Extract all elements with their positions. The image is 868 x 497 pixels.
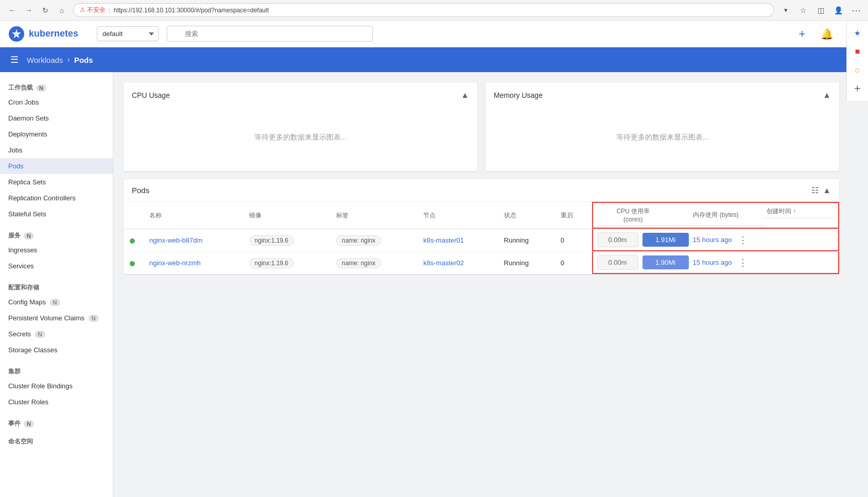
status-indicator-2 [130,261,135,266]
k8s-logo-svg [8,26,25,42]
extensions-button[interactable]: ▾ [778,3,793,18]
sidebar-item-services[interactable]: Services [0,258,113,274]
logo-text: kubernetes [29,28,78,39]
sidebar-item-pvc[interactable]: Persistent Volume Claims N [0,310,113,326]
add-ext-icon[interactable]: + [849,80,866,97]
td-node-1: k8s-master01 [417,229,497,252]
office-ext-icon[interactable]: ■ [849,43,866,60]
restarts-1: 0 [561,236,564,244]
metrics-row-2-border: 0.00m 1.90Mi 15 hours ago ⋮ [592,252,839,274]
sidebar-item-cron-jobs[interactable]: Cron Jobs [0,94,113,110]
pod-link-2[interactable]: nginx-web-nrzmh [149,259,201,267]
metrics-row-1-border: 0.00m 1.91Mi 15 hours ago ⋮ [592,229,839,251]
pods-header-actions: ☷ ▲ [811,185,831,195]
pods-collapse-button[interactable]: ▲ [823,186,831,195]
add-resource-button[interactable]: + [794,26,810,42]
metrics-header-table: CPU 使用率 (cores) 内存使用 (bytes) 创建时间 ↑ [597,205,834,226]
td-name-2: nginx-web-nrzmh [143,252,243,275]
separator: | [109,6,110,14]
cpu-chart-title: CPU Usage [132,91,170,99]
cpu-chart-collapse-button[interactable]: ▲ [461,91,469,100]
breadcrumb: Workloads › Pods [27,55,93,64]
sidebar-item-secrets[interactable]: Secrets N [0,326,113,342]
td-status-dot-2 [124,252,143,275]
browser-nav-buttons: ← → ↻ ⌂ [5,3,69,18]
profile-button[interactable]: 👤 [831,3,845,18]
forward-button[interactable]: → [22,3,36,18]
page-header-bar: ☰ Workloads › Pods [0,47,868,72]
sidebar-section-service: 服务 N [0,226,113,242]
pods-table: 名称 镜像 标签 节点 状态 重启 CPU 使用率 (cores) [124,202,839,274]
sidebar-item-replica-sets[interactable]: Replica Sets [0,174,113,190]
breadcrumb-workloads[interactable]: Workloads [27,56,63,64]
restarts-2: 0 [561,259,564,267]
row-more-button-2[interactable]: ⋮ [736,257,750,268]
pods-table-header-row: 名称 镜像 标签 节点 状态 重启 CPU 使用率 (cores) [124,202,839,229]
sidebar-item-stateful-sets[interactable]: Stateful Sets [0,206,113,222]
cpu-chart-header: CPU Usage ▲ [132,91,469,100]
node-link-1[interactable]: k8s-master01 [423,236,464,244]
more-options-button[interactable]: ⋯ [848,3,863,18]
row-more-button-1[interactable]: ⋮ [736,234,750,246]
th-image: 镜像 [243,202,330,229]
sidebar-item-jobs[interactable]: Jobs [0,142,113,158]
charts-row: CPU Usage ▲ 等待更多的数据来显示图表... Memory Usage… [124,82,839,171]
td-restarts-1: 0 [554,229,592,252]
search-input[interactable] [167,26,373,42]
favorites-button[interactable]: ☆ [796,3,810,18]
image-tag-1: nginx:1.19.6 [249,235,294,246]
time-link-2[interactable]: 15 hours ago [693,259,732,266]
breadcrumb-current: Pods [74,56,93,64]
node-link-2[interactable]: k8s-master02 [423,259,464,267]
filter-button[interactable]: ☷ [811,185,819,195]
th-restarts: 重启 [554,202,592,229]
td-metrics-1: 0.00m 1.91Mi 15 hours ago ⋮ [592,229,839,252]
search-wrapper: 🔍 [167,26,383,42]
th-node: 节点 [417,202,497,229]
sidebar-item-cluster-role-bindings[interactable]: Cluster Role Bindings [0,378,113,394]
refresh-button[interactable]: ↻ [38,3,53,18]
th-status: 状态 [498,202,554,229]
security-warning: ⚠ 不安全 [80,6,106,14]
browser-action-buttons: ▾ ☆ ◫ 👤 ⋯ [778,3,863,18]
sidebar-item-cluster-roles[interactable]: Cluster Roles [0,394,113,410]
label-tag-1: name: nginx [336,235,381,246]
sidebar-item-daemon-sets[interactable]: Daemon Sets [0,110,113,126]
address-bar[interactable]: ⚠ 不安全 | https://192.168.10.101:30000/#/p… [73,3,774,17]
main-layout: 工作负载 N Cron Jobs Daemon Sets Deployments… [0,72,868,497]
sidebar-item-ingresses[interactable]: Ingresses [0,242,113,258]
pod-link-1[interactable]: nginx-web-b87dm [149,236,202,244]
sidebar-item-pods[interactable]: Pods [0,158,113,174]
sidebar-item-deployments[interactable]: Deployments [0,126,113,142]
sidebar-item-config-maps[interactable]: Config Maps N [0,294,113,310]
cpu-chart-empty: 等待更多的数据来显示图表... [132,112,469,163]
memory-chart-collapse-button[interactable]: ▲ [823,91,831,100]
td-restarts-2: 0 [554,252,592,275]
sidebar-section-config: 配置和存储 [0,278,113,294]
notifications-button[interactable]: 🔔 [819,26,835,42]
memory-chart-card: Memory Usage ▲ 等待更多的数据来显示图表... [485,82,839,171]
sidebar-section-events: 事件 N [0,414,113,430]
td-image-1: nginx:1.19.6 [243,229,330,252]
metrics-row-2: 0.00m 1.90Mi 15 hours ago ⋮ [597,255,834,270]
th-metrics-container: CPU 使用率 (cores) 内存使用 (bytes) 创建时间 ↑ [592,202,839,229]
time-link-1[interactable]: 15 hours ago [693,236,732,244]
collections-button[interactable]: ◫ [813,3,828,18]
sidebar-item-storage-classes[interactable]: Storage Classes [0,342,113,358]
td-image-2: nginx:1.19.6 [243,252,330,275]
kubernetes-logo[interactable]: kubernetes [8,26,78,42]
home-button[interactable]: ⌂ [55,3,69,18]
k8s-ext-icon[interactable]: ★ [849,25,866,41]
sidebar-item-replication-controllers[interactable]: Replication Controllers [0,190,113,206]
namespace-selector[interactable]: default [97,26,159,41]
metrics-header-border: CPU 使用率 (cores) 内存使用 (bytes) 创建时间 ↑ [592,202,839,229]
td-status-dot-1 [124,229,143,252]
pods-title: Pods [132,186,149,195]
memory-bar-2: 1.90Mi [643,255,689,269]
hamburger-menu-button[interactable]: ☰ [8,52,21,67]
edge-ext-icon[interactable]: ○ [849,62,866,78]
back-button[interactable]: ← [5,3,20,18]
browser-chrome: ← → ↻ ⌂ ⚠ 不安全 | https://192.168.10.101:3… [0,0,868,21]
td-metrics-2: 0.00m 1.90Mi 15 hours ago ⋮ [592,252,839,275]
sidebar: 工作负载 N Cron Jobs Daemon Sets Deployments… [0,72,113,497]
